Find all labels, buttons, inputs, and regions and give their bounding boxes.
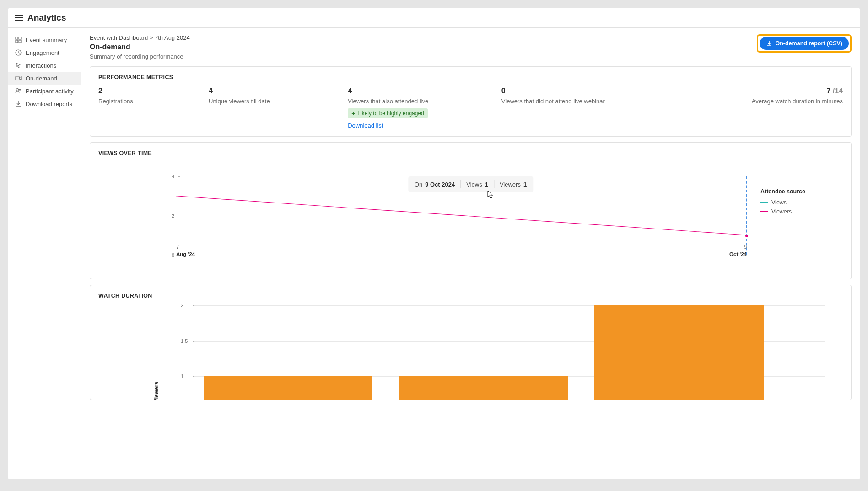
metric-label: Average watch duration in minutes bbox=[669, 98, 843, 105]
svg-rect-1 bbox=[19, 37, 21, 39]
x-label: Oct '24 bbox=[729, 251, 747, 257]
plot-area bbox=[176, 176, 747, 255]
metric-unique-viewers: 4 Unique viewers till date bbox=[209, 87, 339, 129]
x-tick: 9 bbox=[744, 244, 747, 250]
sidebar-item-event-summary[interactable]: Event summary bbox=[8, 33, 81, 46]
topbar: Analytics bbox=[8, 8, 860, 28]
legend-item-views[interactable]: Views bbox=[760, 199, 843, 206]
sidebar-item-on-demand[interactable]: On-demand bbox=[8, 72, 81, 85]
views-chart[interactable]: 4 2 0 7 9 Aug '24 Oct '24 bbox=[176, 176, 747, 268]
legend-title: Attendee source bbox=[760, 188, 843, 195]
svg-line-8 bbox=[176, 196, 747, 235]
bar bbox=[594, 305, 763, 400]
watch-duration-chart[interactable]: Viewers 2 1.5 1 bbox=[194, 305, 825, 400]
sidebar-item-download-reports[interactable]: Download reports bbox=[8, 97, 81, 110]
metric-attended-live: 4 Viewers that also attended live Likely… bbox=[348, 87, 492, 129]
x-axis: 7 9 Aug '24 Oct '24 bbox=[176, 256, 747, 268]
bar bbox=[399, 376, 568, 400]
svg-rect-0 bbox=[16, 37, 18, 39]
y-tick: 2 bbox=[172, 213, 174, 219]
download-list-link[interactable]: Download list bbox=[348, 122, 383, 129]
sidebar-item-engagement[interactable]: Engagement bbox=[8, 46, 81, 59]
line-series bbox=[176, 176, 747, 255]
svg-point-6 bbox=[16, 89, 19, 91]
metric-label: Registrations bbox=[98, 98, 199, 105]
metric-value: 0 bbox=[501, 87, 660, 95]
grid-icon bbox=[15, 36, 22, 43]
download-icon bbox=[15, 100, 22, 107]
svg-rect-3 bbox=[19, 40, 21, 43]
views-over-time-card: VIEWS OVER TIME On9 Oct 2024 Views1 View… bbox=[90, 142, 852, 279]
svg-rect-5 bbox=[16, 76, 19, 80]
legend-item-viewers[interactable]: Viewers bbox=[760, 208, 843, 215]
metric-value: 7 /14 bbox=[669, 87, 843, 95]
y-axis: 4 2 0 bbox=[168, 176, 174, 255]
bars bbox=[204, 305, 815, 400]
metric-registrations: 2 Registrations bbox=[98, 87, 199, 129]
user-icon bbox=[15, 87, 22, 95]
download-icon bbox=[766, 40, 772, 47]
metric-label: Unique viewers till date bbox=[209, 98, 339, 105]
download-report-button[interactable]: On-demand report (CSV) bbox=[760, 37, 849, 50]
sidebar: Event summary Engagement Interactions On… bbox=[8, 28, 81, 406]
engagement-badge: Likely to be highly engaged bbox=[348, 108, 428, 118]
download-report-label: On-demand report (CSV) bbox=[775, 40, 842, 47]
watch-duration-card: WATCH DURATION Viewers 2 1.5 1 bbox=[90, 285, 852, 400]
sidebar-item-label: Engagement bbox=[26, 49, 59, 56]
app-window: Analytics Event summary Engagement Inter… bbox=[8, 8, 860, 479]
clock-icon bbox=[15, 49, 22, 56]
sidebar-item-interactions[interactable]: Interactions bbox=[8, 59, 81, 72]
metric-value: 2 bbox=[98, 87, 199, 95]
metric-value: 4 bbox=[209, 87, 339, 95]
sidebar-item-label: On-demand bbox=[26, 75, 57, 82]
sidebar-item-participant-activity[interactable]: Participant activity bbox=[8, 85, 81, 97]
card-title: VIEWS OVER TIME bbox=[98, 150, 843, 156]
y-tick: 0 bbox=[172, 252, 174, 258]
metric-label: Viewers that also attended live bbox=[348, 98, 492, 105]
bar bbox=[204, 376, 372, 400]
y-tick: 4 bbox=[172, 174, 174, 179]
x-label: Aug '24 bbox=[176, 251, 195, 257]
metric-not-attended: 0 Viewers that did not attend live webin… bbox=[501, 87, 660, 129]
y-tick: 1 bbox=[181, 374, 183, 379]
sidebar-item-label: Download reports bbox=[26, 101, 72, 107]
page-subtitle: Summary of recording performance bbox=[90, 53, 190, 60]
x-tick: 7 bbox=[176, 244, 179, 250]
svg-point-7 bbox=[19, 89, 21, 91]
metric-label: Viewers that did not attend live webinar bbox=[501, 98, 660, 105]
metric-value: 4 bbox=[348, 87, 492, 95]
sidebar-item-label: Interactions bbox=[26, 62, 56, 69]
y-tick: 2 bbox=[181, 303, 183, 308]
card-title: PERFORMANCE METRICS bbox=[98, 74, 843, 80]
video-icon bbox=[15, 75, 22, 82]
main-content: Event with Dashboard > 7th Aug 2024 On-d… bbox=[81, 28, 860, 406]
chart-legend: Attendee source Views Viewers bbox=[760, 188, 843, 218]
sidebar-item-label: Event summary bbox=[26, 37, 67, 43]
metric-avg-duration: 7 /14 Average watch duration in minutes bbox=[669, 87, 843, 129]
breadcrumb[interactable]: Event with Dashboard > 7th Aug 2024 bbox=[90, 34, 190, 41]
card-title: WATCH DURATION bbox=[98, 293, 843, 299]
app-title: Analytics bbox=[27, 13, 66, 23]
sidebar-item-label: Participant activity bbox=[26, 88, 74, 95]
pointer-icon bbox=[15, 62, 22, 69]
download-highlight: On-demand report (CSV) bbox=[757, 34, 852, 53]
page-title: On-demand bbox=[90, 43, 190, 51]
svg-rect-2 bbox=[16, 40, 18, 43]
menu-icon[interactable] bbox=[15, 15, 23, 21]
y-axis-label: Viewers bbox=[153, 382, 160, 400]
performance-metrics-card: PERFORMANCE METRICS 2 Registrations 4 Un… bbox=[90, 66, 852, 137]
data-point bbox=[745, 235, 748, 237]
y-tick: 1.5 bbox=[181, 338, 188, 344]
